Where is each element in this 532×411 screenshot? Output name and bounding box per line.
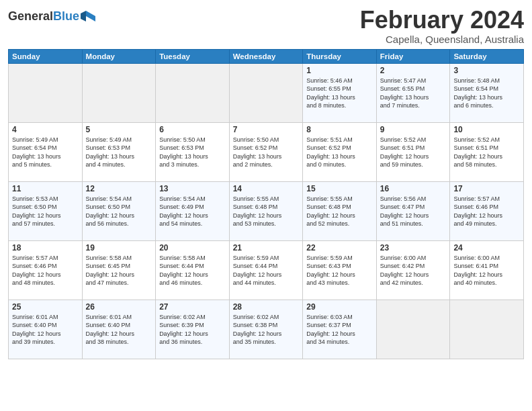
day-info: Sunrise: 6:01 AM Sunset: 6:40 PM Dayligh… [86, 313, 152, 347]
day-info: Sunrise: 5:47 AM Sunset: 6:55 PM Dayligh… [380, 77, 447, 110]
day-number: 28 [233, 302, 300, 312]
day-number: 8 [306, 125, 373, 134]
day-of-week-header: Tuesday [156, 49, 230, 63]
calendar-cell: 9Sunrise: 5:52 AM Sunset: 6:51 PM Daylig… [376, 122, 450, 181]
month-title: February 2024 [360, 7, 524, 34]
calendar-cell [156, 63, 230, 122]
calendar-cell: 29Sunrise: 6:03 AM Sunset: 6:37 PM Dayli… [303, 300, 377, 359]
day-number: 27 [159, 302, 226, 312]
calendar-cell [82, 63, 156, 122]
day-number: 23 [380, 243, 447, 253]
day-info: Sunrise: 5:58 AM Sunset: 6:45 PM Dayligh… [86, 254, 152, 287]
day-info: Sunrise: 5:51 AM Sunset: 6:52 PM Dayligh… [306, 136, 373, 169]
calendar-cell [450, 300, 524, 359]
calendar-body: 1Sunrise: 5:46 AM Sunset: 6:55 PM Daylig… [9, 63, 524, 359]
calendar-cell: 25Sunrise: 6:01 AM Sunset: 6:40 PM Dayli… [9, 300, 83, 359]
day-info: Sunrise: 5:55 AM Sunset: 6:48 PM Dayligh… [233, 195, 300, 228]
day-info: Sunrise: 5:57 AM Sunset: 6:46 PM Dayligh… [12, 254, 79, 287]
day-number: 13 [159, 184, 226, 193]
calendar-cell: 2Sunrise: 5:47 AM Sunset: 6:55 PM Daylig… [376, 63, 450, 122]
logo-general-text: General [8, 9, 53, 23]
day-of-week-header: Saturday [450, 49, 524, 63]
day-info: Sunrise: 5:49 AM Sunset: 6:53 PM Dayligh… [86, 136, 152, 169]
day-of-week-header: Monday [82, 49, 156, 63]
calendar-cell: 19Sunrise: 5:58 AM Sunset: 6:45 PM Dayli… [82, 240, 156, 300]
calendar-cell: 22Sunrise: 5:59 AM Sunset: 6:43 PM Dayli… [303, 240, 377, 300]
day-info: Sunrise: 6:02 AM Sunset: 6:38 PM Dayligh… [233, 313, 300, 347]
calendar-week-row: 25Sunrise: 6:01 AM Sunset: 6:40 PM Dayli… [9, 300, 524, 359]
day-info: Sunrise: 5:55 AM Sunset: 6:48 PM Dayligh… [306, 195, 373, 228]
days-header-row: SundayMondayTuesdayWednesdayThursdayFrid… [9, 49, 524, 63]
day-info: Sunrise: 5:58 AM Sunset: 6:44 PM Dayligh… [159, 254, 226, 287]
svg-marker-1 [81, 11, 86, 21]
day-number: 1 [306, 66, 373, 75]
day-number: 14 [233, 184, 300, 193]
calendar-cell: 17Sunrise: 5:57 AM Sunset: 6:46 PM Dayli… [450, 181, 524, 240]
calendar-cell: 10Sunrise: 5:52 AM Sunset: 6:51 PM Dayli… [450, 122, 524, 181]
calendar-week-row: 4Sunrise: 5:49 AM Sunset: 6:54 PM Daylig… [9, 122, 524, 181]
svg-marker-0 [86, 11, 95, 21]
day-number: 11 [12, 184, 79, 193]
day-info: Sunrise: 6:00 AM Sunset: 6:42 PM Dayligh… [380, 254, 447, 287]
calendar-cell: 20Sunrise: 5:58 AM Sunset: 6:44 PM Dayli… [156, 240, 230, 300]
day-info: Sunrise: 5:52 AM Sunset: 6:51 PM Dayligh… [380, 136, 447, 169]
day-info: Sunrise: 5:59 AM Sunset: 6:43 PM Dayligh… [306, 254, 373, 287]
location-title: Capella, Queensland, Australia [360, 34, 524, 45]
day-number: 9 [380, 125, 447, 134]
day-info: Sunrise: 5:54 AM Sunset: 6:49 PM Dayligh… [159, 195, 226, 228]
day-number: 22 [306, 243, 373, 253]
calendar-cell [376, 300, 450, 359]
calendar-cell: 26Sunrise: 6:01 AM Sunset: 6:40 PM Dayli… [82, 300, 156, 359]
calendar-cell: 11Sunrise: 5:53 AM Sunset: 6:50 PM Dayli… [9, 181, 83, 240]
day-number: 10 [453, 125, 520, 134]
calendar-cell: 23Sunrise: 6:00 AM Sunset: 6:42 PM Dayli… [376, 240, 450, 300]
day-of-week-header: Friday [376, 49, 450, 63]
day-number: 3 [453, 66, 520, 75]
day-number: 15 [306, 184, 373, 193]
calendar-cell: 12Sunrise: 5:54 AM Sunset: 6:50 PM Dayli… [82, 181, 156, 240]
calendar-cell: 8Sunrise: 5:51 AM Sunset: 6:52 PM Daylig… [303, 122, 377, 181]
logo-blue-text: Blue [53, 9, 79, 23]
day-number: 4 [12, 125, 79, 134]
calendar-cell: 6Sunrise: 5:50 AM Sunset: 6:53 PM Daylig… [156, 122, 230, 181]
calendar-cell: 16Sunrise: 5:56 AM Sunset: 6:47 PM Dayli… [376, 181, 450, 240]
calendar-cell [9, 63, 83, 122]
day-info: Sunrise: 6:00 AM Sunset: 6:41 PM Dayligh… [453, 254, 520, 287]
calendar-cell: 24Sunrise: 6:00 AM Sunset: 6:41 PM Dayli… [450, 240, 524, 300]
day-number: 17 [453, 184, 520, 193]
day-number: 2 [380, 66, 447, 75]
calendar-cell: 13Sunrise: 5:54 AM Sunset: 6:49 PM Dayli… [156, 181, 230, 240]
day-info: Sunrise: 5:50 AM Sunset: 6:53 PM Dayligh… [159, 136, 226, 169]
calendar-week-row: 11Sunrise: 5:53 AM Sunset: 6:50 PM Dayli… [9, 181, 524, 240]
calendar-cell: 7Sunrise: 5:50 AM Sunset: 6:52 PM Daylig… [229, 122, 303, 181]
day-number: 5 [86, 125, 152, 134]
calendar-cell: 3Sunrise: 5:48 AM Sunset: 6:54 PM Daylig… [450, 63, 524, 122]
day-number: 25 [12, 302, 79, 312]
day-info: Sunrise: 6:03 AM Sunset: 6:37 PM Dayligh… [306, 313, 373, 347]
day-number: 16 [380, 184, 447, 193]
day-info: Sunrise: 5:57 AM Sunset: 6:46 PM Dayligh… [453, 195, 520, 228]
day-info: Sunrise: 5:50 AM Sunset: 6:52 PM Dayligh… [233, 136, 300, 169]
calendar-table: SundayMondayTuesdayWednesdayThursdayFrid… [8, 49, 524, 359]
calendar-cell: 21Sunrise: 5:59 AM Sunset: 6:44 PM Dayli… [229, 240, 303, 300]
calendar-header: SundayMondayTuesdayWednesdayThursdayFrid… [9, 49, 524, 63]
calendar-week-row: 18Sunrise: 5:57 AM Sunset: 6:46 PM Dayli… [9, 240, 524, 300]
day-info: Sunrise: 5:52 AM Sunset: 6:51 PM Dayligh… [453, 136, 520, 169]
day-number: 7 [233, 125, 300, 134]
day-info: Sunrise: 6:01 AM Sunset: 6:40 PM Dayligh… [12, 313, 79, 347]
day-number: 18 [12, 243, 79, 253]
calendar-cell: 15Sunrise: 5:55 AM Sunset: 6:48 PM Dayli… [303, 181, 377, 240]
day-info: Sunrise: 5:53 AM Sunset: 6:50 PM Dayligh… [12, 195, 79, 228]
day-number: 21 [233, 243, 300, 253]
day-number: 20 [159, 243, 226, 253]
day-number: 24 [453, 243, 520, 253]
day-number: 29 [306, 302, 373, 312]
calendar-cell: 14Sunrise: 5:55 AM Sunset: 6:48 PM Dayli… [229, 181, 303, 240]
day-number: 6 [159, 125, 226, 134]
day-info: Sunrise: 6:02 AM Sunset: 6:39 PM Dayligh… [159, 313, 226, 347]
calendar-cell: 1Sunrise: 5:46 AM Sunset: 6:55 PM Daylig… [303, 63, 377, 122]
day-of-week-header: Thursday [303, 49, 377, 63]
calendar-cell [229, 63, 303, 122]
title-block: February 2024 Capella, Queensland, Austr… [360, 7, 524, 45]
calendar-cell: 5Sunrise: 5:49 AM Sunset: 6:53 PM Daylig… [82, 122, 156, 181]
